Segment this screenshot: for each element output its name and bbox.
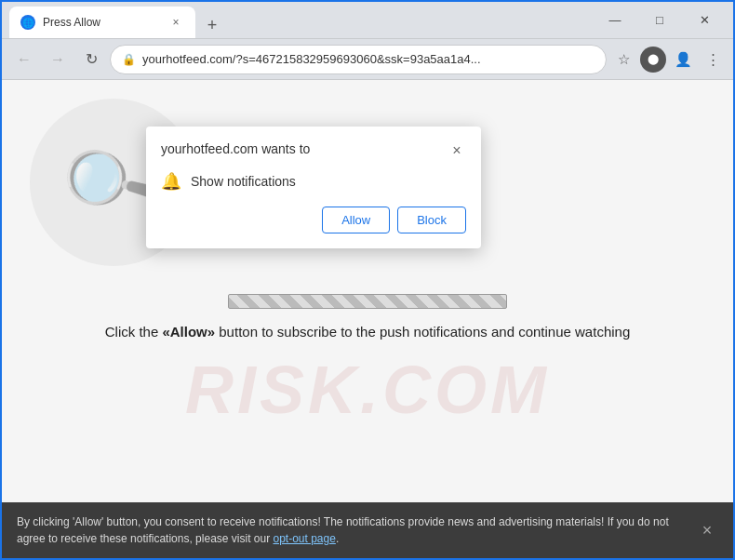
- notice-close-button[interactable]: ×: [696, 519, 718, 541]
- popup-buttons: Allow Block: [161, 207, 466, 233]
- tab-favicon: 🌐: [20, 15, 35, 30]
- new-tab-button[interactable]: +: [199, 12, 225, 38]
- notification-popup: yourhotfeed.com wants to × 🔔 Show notifi…: [146, 127, 481, 248]
- notification-label: Show notifications: [191, 174, 296, 189]
- address-bar[interactable]: 🔒 yourhotfeed.com/?s=467215832959693060&…: [110, 45, 607, 74]
- tab-close-button[interactable]: ×: [167, 14, 184, 31]
- allow-bold-text: «Allow»: [162, 324, 215, 340]
- popup-close-button[interactable]: ×: [448, 141, 466, 160]
- extensions-button[interactable]: ⬤: [640, 47, 666, 73]
- lock-icon: 🔒: [122, 53, 135, 66]
- minimize-button[interactable]: —: [594, 6, 636, 35]
- popup-header: yourhotfeed.com wants to ×: [161, 141, 466, 160]
- cta-text: Click the «Allow» button to subscribe to…: [2, 322, 733, 343]
- progress-bar: [228, 294, 507, 309]
- browser-window: 🌐 Press Allow × + — □ ✕ ← → ↻ 🔒 yourhotf…: [2, 2, 733, 558]
- risk-watermark: RISK.COM: [2, 352, 733, 428]
- notice-text: By clicking 'Allow' button, you consent …: [17, 513, 685, 547]
- active-tab[interactable]: 🌐 Press Allow ×: [9, 7, 195, 38]
- url-text: yourhotfeed.com/?s=467215832959693060&ss…: [142, 52, 595, 66]
- close-button[interactable]: ✕: [683, 6, 726, 35]
- popup-title: yourhotfeed.com wants to: [161, 141, 310, 156]
- block-button[interactable]: Block: [397, 207, 466, 233]
- popup-notification-row: 🔔 Show notifications: [161, 171, 466, 192]
- tab-area: 🌐 Press Allow × +: [9, 2, 594, 38]
- profile-icon[interactable]: 👤: [670, 47, 696, 73]
- refresh-button[interactable]: ↻: [76, 45, 106, 74]
- allow-button[interactable]: Allow: [322, 207, 390, 233]
- opt-out-link[interactable]: opt-out page: [273, 532, 335, 545]
- notice-text-content: By clicking 'Allow' button, you consent …: [17, 515, 669, 545]
- bell-icon: 🔔: [161, 171, 181, 192]
- progress-bar-area: [228, 294, 507, 309]
- title-bar: 🌐 Press Allow × + — □ ✕: [2, 2, 733, 39]
- tab-title: Press Allow: [43, 16, 160, 29]
- back-button[interactable]: ←: [9, 45, 39, 74]
- toolbar: ← → ↻ 🔒 yourhotfeed.com/?s=4672158329596…: [2, 39, 733, 80]
- forward-button[interactable]: →: [43, 45, 73, 74]
- window-controls: — □ ✕: [594, 6, 726, 35]
- more-options-button[interactable]: ⋮: [700, 47, 726, 73]
- bookmark-star-icon[interactable]: ☆: [610, 47, 636, 73]
- maximize-button[interactable]: □: [638, 6, 681, 35]
- notice-bar: By clicking 'Allow' button, you consent …: [2, 502, 733, 558]
- page-content: 🔍 RISK.COM Click the «Allow» button to s…: [2, 80, 733, 502]
